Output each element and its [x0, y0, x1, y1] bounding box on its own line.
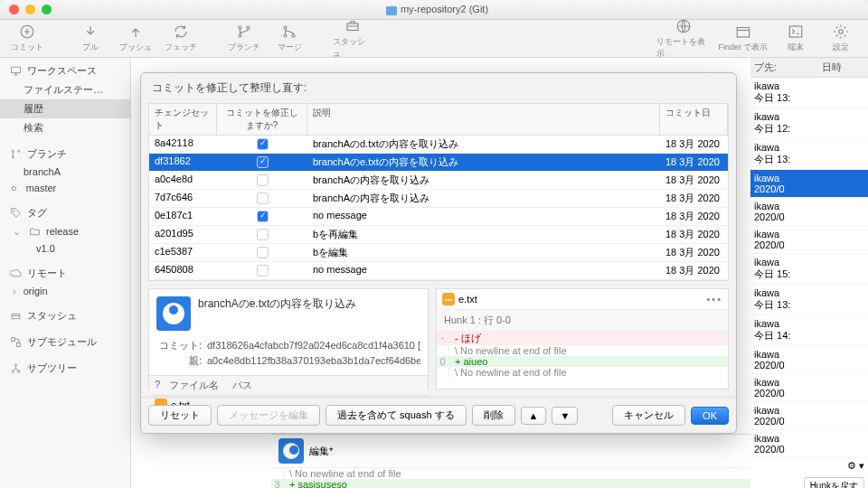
- diff-line: \ No newline at end of file: [437, 345, 728, 356]
- col-hash[interactable]: チェンジセット: [149, 104, 217, 135]
- terminal-button[interactable]: 端末: [776, 23, 816, 53]
- submodule-icon: [9, 336, 22, 349]
- sidebar-origin[interactable]: ›origin: [0, 283, 130, 299]
- sidebar-branchA[interactable]: branchA: [0, 164, 130, 180]
- squash-button[interactable]: 過去を含めて squash する: [326, 405, 467, 426]
- svg-point-6: [284, 34, 287, 37]
- minimize-window-icon[interactable]: [25, 5, 35, 14]
- maximize-window-icon[interactable]: [42, 5, 52, 14]
- col-fix[interactable]: コミットを修正しますか?: [217, 104, 307, 135]
- stash-button[interactable]: スタッシュ: [333, 18, 373, 60]
- svg-point-3: [247, 26, 250, 29]
- hunk-label: Hunk 1 : 行 0-0: [437, 310, 728, 332]
- list-item[interactable]: ikawa 今日 15:: [750, 254, 868, 285]
- settings-button[interactable]: 設定: [821, 23, 861, 53]
- table-row[interactable]: 7d7c646branchAの内容を取り込み18 3月 2020: [149, 190, 728, 208]
- sidebar-history[interactable]: 履歴: [0, 99, 130, 118]
- sidebar-branches[interactable]: ブランチ: [0, 145, 130, 164]
- sidebar-stash[interactable]: スタッシュ: [0, 306, 130, 325]
- folder-icon: [28, 225, 41, 238]
- hunk-revert-button[interactable]: Hunkを戻す: [804, 477, 864, 488]
- folder-icon: [386, 6, 397, 15]
- table-row[interactable]: 8a42118branchAのd.txtの内容を取り込み18 3月 2020: [149, 136, 728, 154]
- list-item[interactable]: ikawa 2020/0: [750, 346, 868, 374]
- list-item[interactable]: ikawa 今日 13:: [750, 139, 868, 170]
- list-item[interactable]: ikawa 今日 13:: [750, 78, 868, 108]
- fix-checkbox[interactable]: [257, 174, 269, 186]
- pull-button[interactable]: プル: [71, 23, 110, 53]
- sidebar-subtree[interactable]: サブツリー: [0, 359, 130, 378]
- svg-rect-7: [347, 23, 358, 31]
- gear-icon[interactable]: ⚙︎ ▾: [847, 460, 864, 471]
- tag-icon: [9, 207, 22, 220]
- svg-rect-17: [12, 314, 20, 318]
- table-row[interactable]: 6450808no message18 3月 2020: [149, 262, 728, 280]
- fix-checkbox[interactable]: [257, 156, 269, 168]
- svg-rect-9: [737, 28, 750, 38]
- gear-row: ⚙︎ ▾: [750, 458, 868, 474]
- sidebar-submodule[interactable]: サブモジュール: [0, 333, 130, 352]
- list-item[interactable]: ikawa 2020/0: [750, 170, 868, 198]
- table-row[interactable]: 0e187c1no message18 3月 2020: [149, 208, 728, 226]
- branch-button[interactable]: ブランチ: [224, 23, 264, 53]
- sidebar-v10[interactable]: v1.0: [0, 240, 130, 257]
- stash-icon: [9, 310, 22, 323]
- move-up-button[interactable]: ▲: [521, 407, 547, 425]
- push-button[interactable]: プッシュ: [116, 23, 156, 53]
- show-remote-button[interactable]: リモートを表示: [656, 18, 711, 60]
- sidebar-workspace[interactable]: ワークスペース: [0, 61, 130, 80]
- sidebar-tags[interactable]: タグ: [0, 203, 130, 222]
- svg-rect-12: [11, 67, 20, 73]
- fetch-button[interactable]: フェッチ: [161, 23, 201, 53]
- col-date[interactable]: コミット日: [660, 104, 728, 135]
- rebase-modal: コミットを修正して整理し直す: チェンジセット コミットを修正しますか? 説明 …: [140, 72, 737, 434]
- cancel-button[interactable]: キャンセル: [612, 405, 685, 426]
- sidebar-release[interactable]: ⌄release: [0, 222, 130, 240]
- modal-footer: リセット メッセージを編集 過去を含めて squash する 削除 ▲ ▼ キャ…: [141, 397, 736, 433]
- fix-checkbox[interactable]: [257, 265, 269, 277]
- monitor-icon: [9, 65, 22, 78]
- close-window-icon[interactable]: [9, 5, 19, 14]
- fix-checkbox[interactable]: [257, 247, 269, 258]
- list-item[interactable]: ikawa 2020/0: [750, 226, 868, 254]
- sidebar-master[interactable]: ○master: [0, 180, 130, 196]
- col-desc[interactable]: 説明: [307, 104, 660, 135]
- fix-checkbox[interactable]: [257, 138, 269, 150]
- svg-point-21: [12, 371, 14, 372]
- svg-point-11: [839, 30, 844, 34]
- modal-title: コミットを修正して整理し直す:: [141, 73, 736, 103]
- modified-icon: •••: [442, 293, 455, 305]
- list-item[interactable]: ikawa 2020/0: [750, 374, 868, 402]
- commit-hash: df318626a4cfabcb7f92a024ed6ca8cd1f4a3610…: [207, 338, 420, 353]
- table-row[interactable]: df31862branchAのe.txtの内容を取り込み18 3月 2020: [149, 154, 728, 172]
- list-item[interactable]: ikawa 2020/0: [750, 198, 868, 226]
- commit-table: チェンジセット コミットを修正しますか? 説明 コミット日 8a42118bra…: [148, 103, 729, 281]
- reset-button[interactable]: リセット: [148, 405, 212, 426]
- fix-checkbox[interactable]: [257, 211, 269, 222]
- list-item[interactable]: ikawa 今日 13:: [750, 285, 868, 315]
- list-item[interactable]: ikawa 今日 14:: [750, 315, 868, 346]
- commit-button[interactable]: コミット: [7, 23, 47, 53]
- move-down-button[interactable]: ▼: [552, 407, 578, 425]
- sidebar-filestage[interactable]: ファイルステー…: [0, 80, 130, 99]
- edit-message-button[interactable]: メッセージを編集: [217, 405, 320, 426]
- sidebar-search[interactable]: 検索: [0, 118, 130, 137]
- table-row[interactable]: c1e5387bを編集18 3月 2020: [149, 244, 728, 262]
- list-item[interactable]: ikawa 今日 12:: [750, 108, 868, 139]
- delete-button[interactable]: 削除: [472, 405, 515, 426]
- sidebar-remotes[interactable]: リモート: [0, 264, 130, 283]
- merge-button[interactable]: マージ: [269, 23, 309, 53]
- bg-rows: ikawa 今日 13:ikawa 今日 12:ikawa 今日 13:ikaw…: [750, 78, 868, 458]
- fix-checkbox[interactable]: [257, 192, 269, 204]
- more-icon[interactable]: •••: [706, 294, 722, 305]
- ok-button[interactable]: OK: [691, 407, 729, 425]
- window-controls: [0, 5, 61, 14]
- list-item[interactable]: ikawa 2020/0: [750, 430, 868, 458]
- table-row[interactable]: a201d95bを再編集18 3月 2020: [149, 226, 728, 244]
- fix-checkbox[interactable]: [257, 229, 269, 240]
- diff-line: \ No newline at end of file: [437, 367, 728, 378]
- svg-point-20: [14, 364, 16, 366]
- show-finder-button[interactable]: Finder で表示: [716, 23, 770, 53]
- table-row[interactable]: a0c4e8dbranchAの内容を取り込み18 3月 2020: [149, 172, 728, 190]
- list-item[interactable]: ikawa 2020/0: [750, 402, 868, 430]
